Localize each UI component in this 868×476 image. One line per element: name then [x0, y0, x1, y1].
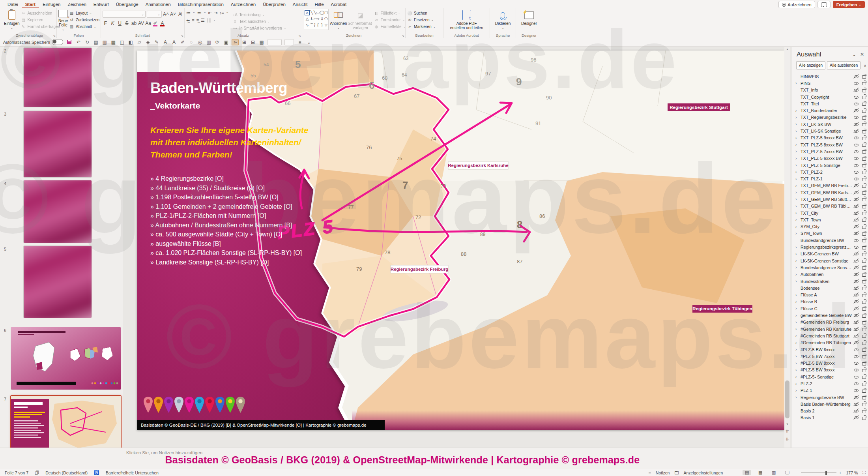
smartart-button[interactable]: ⊶In SmartArt konvertieren⌄	[232, 25, 286, 31]
selection-pane-item[interactable]: › TXT_Regierungsbezirke	[791, 114, 868, 121]
unlock-icon[interactable]	[862, 285, 866, 290]
visibility-toggle-icon[interactable]	[853, 415, 859, 420]
menu-tab-überprüfen[interactable]: Überprüfen	[259, 1, 289, 7]
layout-icon[interactable]: ◫	[119, 39, 125, 45]
selection-pane-item[interactable]: › Flüsse A	[791, 292, 868, 298]
unlock-icon[interactable]	[862, 74, 866, 79]
selection-pane-item[interactable]: › LK-SK-Grenzen BW	[791, 251, 868, 257]
expand-chevron-icon[interactable]: ›	[795, 361, 801, 365]
unlock-icon[interactable]	[862, 149, 866, 154]
fit-slide-icon[interactable]: ⛶	[862, 470, 866, 475]
selection-pane-item[interactable]: TXT_Copyright	[791, 94, 868, 100]
pen-icon[interactable]: ✐	[180, 39, 186, 45]
expand-chevron-icon[interactable]: ›	[795, 265, 801, 270]
visibility-toggle-icon[interactable]	[853, 149, 859, 154]
visibility-toggle-icon[interactable]	[853, 81, 859, 86]
align-text-button[interactable]: ⇳Text ausrichten⌄	[232, 19, 286, 24]
paste-button[interactable]: Einfügen⌄	[4, 9, 19, 32]
reset-button[interactable]: ↺Zurücksetzen	[69, 17, 99, 23]
display-settings[interactable]: Anzeigeeinstellungen	[683, 470, 723, 475]
selection-pane-item[interactable]: › Flüsse B	[791, 298, 868, 305]
selection-pane-item[interactable]: › TXT_PLZ-5 7xxxx BW	[791, 148, 868, 155]
autosave-toggle[interactable]: Automatisches Speichern	[3, 39, 63, 45]
close-icon[interactable]: ✕	[860, 52, 864, 57]
expand-chevron-icon[interactable]: ›	[795, 341, 801, 345]
unlock-icon[interactable]	[862, 156, 866, 161]
selection-pane-item[interactable]: › #PLZ-5 BW 7xxxx	[791, 353, 868, 360]
menu-tab-aufzeichnen[interactable]: Aufzeichnen	[227, 1, 259, 7]
selection-pane-item[interactable]: › TXT_GEM_BW RB Tübingen	[791, 203, 868, 210]
slide-thumbnail-6[interactable]	[11, 327, 121, 390]
expand-chevron-icon[interactable]: ›	[795, 375, 801, 379]
unlock-icon[interactable]	[862, 135, 866, 141]
anchor-icon[interactable]: ◌	[188, 39, 195, 45]
visibility-toggle-icon[interactable]	[853, 381, 859, 386]
expand-chevron-icon[interactable]: ›	[795, 217, 801, 222]
selection-pane-item[interactable]: › LK-SK-Grenzen Sonstige	[791, 257, 868, 264]
slide-canvas[interactable]: Baden-Württemberg _Vektorkarte Kreieren …	[137, 51, 784, 430]
unlock-icon[interactable]	[862, 115, 866, 120]
unlock-icon[interactable]	[862, 142, 866, 147]
expand-chevron-icon[interactable]: ›	[795, 300, 801, 304]
duplicate-icon[interactable]: ▥	[101, 39, 108, 45]
selection-pane-item[interactable]: › Autobahnen	[791, 271, 868, 278]
unlock-icon[interactable]	[862, 340, 866, 345]
visibility-toggle-icon[interactable]	[853, 108, 859, 113]
unlock-icon[interactable]	[862, 347, 866, 352]
unlock-icon[interactable]	[862, 101, 866, 106]
visibility-toggle-icon[interactable]	[853, 142, 859, 147]
search-icon[interactable]: ◎	[197, 39, 203, 45]
expand-chevron-icon[interactable]: ›	[795, 259, 801, 263]
visibility-toggle-icon[interactable]	[853, 211, 859, 216]
shadow-button[interactable]: ab	[131, 21, 137, 26]
font-name-select[interactable]: ⌄	[103, 11, 146, 18]
share-button[interactable]: Freigeben ⌄	[833, 1, 865, 8]
unlock-icon[interactable]	[862, 224, 866, 229]
selection-pane-item[interactable]: › Regierungsbezirke BW	[791, 394, 868, 401]
selection-pane-item[interactable]: Basis Baden-Württemberg	[791, 401, 868, 407]
unlock-icon[interactable]	[862, 415, 866, 420]
selection-pane-item[interactable]: › TXT_City	[791, 210, 868, 216]
new-slide-button[interactable]: Neue Folie⌄	[58, 9, 68, 32]
textbox-icon[interactable]: ▣	[223, 39, 229, 45]
format-painter-button[interactable]: ✎Format übertragen	[21, 24, 60, 30]
section-button[interactable]: ▥Abschnitt⌄	[69, 24, 99, 30]
expand-chevron-icon[interactable]: ›	[795, 122, 801, 126]
round-rect-shape-icon[interactable]: ▢	[324, 9, 328, 16]
visibility-toggle-icon[interactable]	[853, 327, 859, 332]
unlock-icon[interactable]	[862, 313, 866, 318]
selection-pane-item[interactable]: Bodensee	[791, 285, 868, 291]
expand-chevron-icon[interactable]: ›	[795, 190, 801, 195]
visibility-toggle-icon[interactable]	[853, 122, 859, 127]
italic-button[interactable]: K	[110, 21, 116, 26]
selection-pane-item[interactable]: › TXT_LK-SK BW	[791, 121, 868, 127]
visibility-toggle-icon[interactable]	[853, 286, 859, 290]
clear-format-button[interactable]: A̸	[177, 11, 183, 17]
unlock-icon[interactable]	[862, 81, 866, 86]
selection-pane-item[interactable]: › #Gemeinden RB Tübingen	[791, 339, 868, 346]
expand-chevron-icon[interactable]: ›	[795, 170, 801, 174]
find-button[interactable]: ⚪Suchen	[407, 10, 441, 16]
unlock-icon[interactable]	[862, 306, 866, 311]
shape-effects-button[interactable]: ◍Formeffekte⌄	[374, 24, 406, 30]
line-spacing-button[interactable]: ↕≡	[219, 10, 224, 15]
menu-tab-acrobat[interactable]: Acrobat	[327, 1, 350, 7]
right-arrow-shape-icon[interactable]: ⇨	[316, 16, 320, 22]
shape-fill-button[interactable]: ◧Fülleffekt⌄	[374, 10, 406, 16]
align-grid-icon[interactable]: ⊞	[241, 39, 247, 45]
selection-pane-item[interactable]: › TXT_PLZ-1	[791, 175, 868, 182]
selection-pane-item[interactable]: › TXT_PLZ-5 6xxxx BW	[791, 155, 868, 162]
unlock-icon[interactable]	[862, 176, 866, 182]
menu-tab-animationen[interactable]: Animationen	[142, 1, 174, 7]
qat-overflow-chevron[interactable]: ⌄	[306, 39, 312, 45]
visibility-toggle-icon[interactable]	[853, 101, 859, 106]
language-indicator[interactable]: Deutsch (Deutschland)	[45, 470, 88, 475]
unlock-icon[interactable]	[862, 374, 866, 379]
font-color-button[interactable]: A	[159, 21, 165, 26]
zoom-slider[interactable]: − +	[796, 470, 841, 475]
picture-icon[interactable]: ▩	[258, 39, 265, 45]
selection-pane-item[interactable]: › TXT_Bundesländer	[791, 107, 868, 114]
unlock-icon[interactable]	[862, 204, 866, 209]
zoom-out-icon[interactable]: −	[796, 470, 799, 475]
fill-color-icon[interactable]: ◧	[127, 39, 134, 45]
